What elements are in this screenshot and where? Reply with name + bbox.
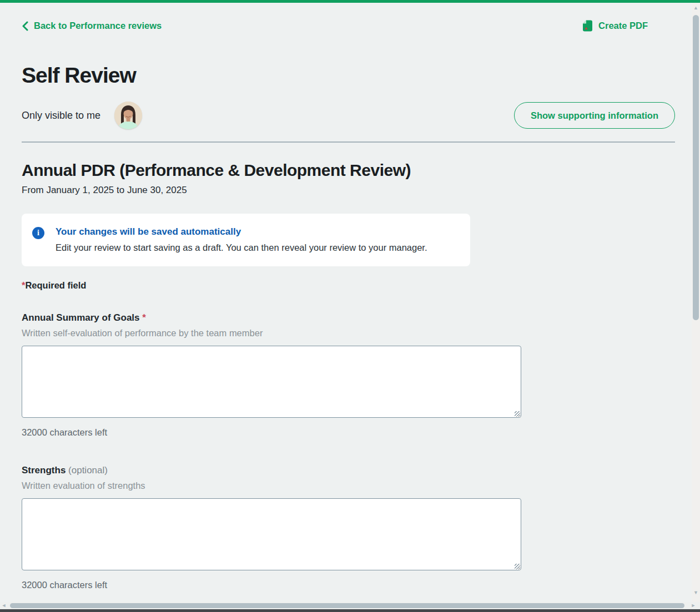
field-label: Strengths (optional) [22,465,675,476]
scroll-left-icon[interactable]: ◄ [1,603,7,608]
field-description: Written evaluation of strengths [22,481,675,491]
create-pdf-button[interactable]: Create PDF [582,20,675,32]
scroll-right-icon[interactable]: ► [690,603,697,608]
show-supporting-information-button[interactable]: Show supporting information [514,102,675,129]
annual-summary-textarea[interactable] [22,346,521,418]
window-bottom-edge [0,609,700,612]
horizontal-scrollbar-thumb[interactable] [10,603,684,608]
field-description: Written self-evaluation of performance b… [22,328,675,338]
autosave-banner: i Your changes will be saved automatical… [22,214,470,266]
horizontal-scrollbar[interactable]: ◄ ► [0,602,700,609]
visibility-label: Only visible to me [22,110,100,122]
required-asterisk: * [142,312,146,323]
vertical-scrollbar-thumb[interactable] [693,15,699,320]
field-strengths: Strengths (optional) Written evaluation … [22,465,675,590]
create-pdf-label: Create PDF [598,21,648,31]
review-heading: Annual PDR (Performance & Development Re… [22,160,675,181]
avatar[interactable] [114,102,142,129]
field-label: Annual Summary of Goals * [22,312,675,323]
pdf-file-icon [582,20,593,32]
page-title: Self Review [22,63,675,88]
scroll-down-icon[interactable]: ▼ [692,590,700,595]
scroll-up-icon[interactable]: ▲ [692,6,700,11]
required-field-note: *Required field [22,280,675,291]
divider [22,141,675,143]
field-annual-summary-of-goals: Annual Summary of Goals * Written self-e… [22,312,675,438]
required-note-label: Required field [25,280,86,290]
chevron-left-icon [22,21,28,31]
strengths-textarea[interactable] [22,498,521,570]
review-period: From January 1, 2025 to June 30, 2025 [22,185,675,196]
back-link-label: Back to Performance reviews [34,21,162,31]
autosave-banner-body: Edit your review to start saving as a dr… [56,242,427,253]
main-content: Back to Performance reviews Create PDF S… [0,3,692,590]
vertical-scrollbar[interactable]: ▲ ▼ [692,3,700,602]
top-navigation: Back to Performance reviews Create PDF [22,20,675,32]
characters-left-counter: 32000 characters left [22,427,675,438]
optional-suffix: (optional) [68,465,108,476]
info-icon: i [32,227,44,239]
characters-left-counter: 32000 characters left [22,580,675,590]
visibility-row: Only visible to me Show supporting [22,102,675,129]
back-link[interactable]: Back to Performance reviews [22,21,162,31]
autosave-banner-title: Your changes will be saved automatically [56,226,427,237]
